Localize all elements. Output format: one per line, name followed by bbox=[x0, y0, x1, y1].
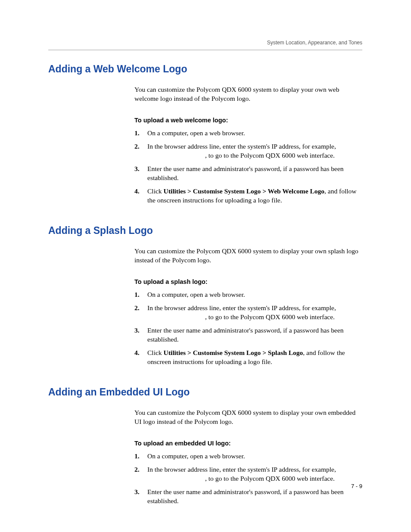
procedure-heading: To upload a splash logo: bbox=[134, 278, 362, 286]
item-text: In the browser address line, enter the s… bbox=[147, 466, 336, 473]
item-number: 1. bbox=[134, 290, 140, 299]
procedure-list: 1.On a computer, open a web browser. 2.I… bbox=[134, 129, 362, 205]
item-number: 1. bbox=[134, 129, 140, 138]
intro-paragraph: You can customize the Polycom QDX 6000 s… bbox=[134, 85, 362, 103]
item-text: On a computer, open a web browser. bbox=[147, 291, 245, 298]
section-heading: Adding a Web Welcome Logo bbox=[48, 62, 362, 76]
section-body: You can customize the Polycom QDX 6000 s… bbox=[134, 247, 362, 367]
list-item: 2.In the browser address line, enter the… bbox=[134, 465, 362, 483]
item-text: Enter the user name and administrator's … bbox=[147, 165, 344, 181]
item-text: , to go to the Polycom QDX 6000 web inte… bbox=[205, 475, 335, 482]
section-embedded-ui-logo: Adding an Embedded UI Logo You can custo… bbox=[48, 386, 362, 506]
item-number: 3. bbox=[134, 488, 140, 497]
list-item: 2.In the browser address line, enter the… bbox=[134, 304, 362, 322]
procedure-list: 1.On a computer, open a web browser. 2.I… bbox=[134, 290, 362, 366]
list-item: 2.In the browser address line, enter the… bbox=[134, 142, 362, 160]
item-number: 3. bbox=[134, 165, 140, 174]
page-number: 7 - 9 bbox=[351, 482, 362, 490]
item-number: 4. bbox=[134, 187, 140, 196]
menu-path: Utilities > Customise System Logo > Web … bbox=[163, 187, 324, 195]
list-item: 1.On a computer, open a web browser. bbox=[134, 129, 362, 138]
section-splash-logo: Adding a Splash Logo You can customize t… bbox=[48, 224, 362, 367]
page-content: Adding a Web Welcome Logo You can custom… bbox=[48, 62, 362, 525]
item-text: On a computer, open a web browser. bbox=[147, 129, 245, 137]
page-header: System Location, Appearance, and Tones bbox=[48, 39, 362, 50]
intro-paragraph: You can customize the Polycom QDX 6000 s… bbox=[134, 408, 362, 426]
item-text: Click bbox=[147, 187, 163, 195]
item-text: , to go to the Polycom QDX 6000 web inte… bbox=[205, 313, 335, 320]
list-item: 1.On a computer, open a web browser. bbox=[134, 452, 362, 461]
menu-path: Utilities > Customise System Logo > Spla… bbox=[163, 349, 303, 356]
section-body: You can customize the Polycom QDX 6000 s… bbox=[134, 85, 362, 205]
item-text: On a computer, open a web browser. bbox=[147, 452, 245, 460]
list-item: 3.Enter the user name and administrator'… bbox=[134, 326, 362, 344]
list-item: 4.Click Utilities > Customise System Log… bbox=[134, 187, 362, 205]
section-body: You can customize the Polycom QDX 6000 s… bbox=[134, 408, 362, 506]
item-number: 4. bbox=[134, 348, 140, 358]
item-text: Enter the user name and administrator's … bbox=[147, 488, 344, 504]
section-web-welcome-logo: Adding a Web Welcome Logo You can custom… bbox=[48, 62, 362, 205]
item-number: 2. bbox=[134, 142, 140, 151]
item-text: Enter the user name and administrator's … bbox=[147, 327, 344, 343]
intro-paragraph: You can customize the Polycom QDX 6000 s… bbox=[134, 247, 362, 265]
section-heading: Adding a Splash Logo bbox=[48, 224, 362, 237]
item-text: Click bbox=[147, 349, 163, 356]
item-text: In the browser address line, enter the s… bbox=[147, 304, 336, 311]
item-number: 1. bbox=[134, 452, 140, 461]
list-item: 1.On a computer, open a web browser. bbox=[134, 290, 362, 299]
procedure-heading: To upload an embedded UI logo: bbox=[134, 439, 362, 448]
item-number: 2. bbox=[134, 304, 140, 313]
item-number: 2. bbox=[134, 465, 140, 474]
item-text: , to go to the Polycom QDX 6000 web inte… bbox=[205, 152, 335, 159]
section-heading: Adding an Embedded UI Logo bbox=[48, 386, 362, 399]
list-item: 3.Enter the user name and administrator'… bbox=[134, 165, 362, 183]
procedure-heading: To upload a web welcome logo: bbox=[134, 116, 362, 125]
running-header: System Location, Appearance, and Tones bbox=[48, 39, 362, 50]
procedure-list: 1.On a computer, open a web browser. 2.I… bbox=[134, 452, 362, 506]
item-text: In the browser address line, enter the s… bbox=[147, 143, 336, 150]
list-item: 4.Click Utilities > Customise System Log… bbox=[134, 348, 362, 367]
list-item: 3.Enter the user name and administrator'… bbox=[134, 488, 362, 506]
item-number: 3. bbox=[134, 326, 140, 335]
